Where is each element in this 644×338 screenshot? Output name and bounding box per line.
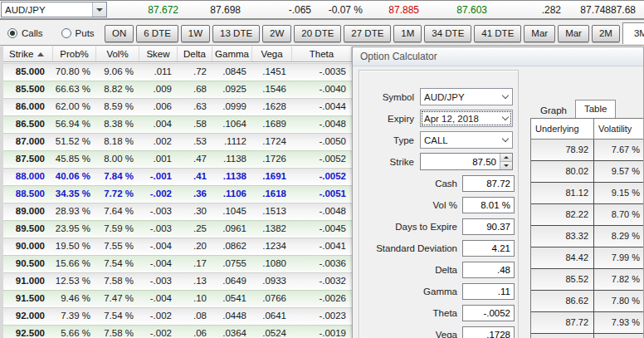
delta-cell: .72	[178, 66, 212, 76]
expiry-tab[interactable]: Mar	[558, 25, 589, 42]
calc-field-label: Standard Deviation	[376, 243, 462, 253]
triangle-down-icon	[504, 164, 509, 167]
delta-cell: .36	[178, 189, 212, 198]
theta-cell: -.0050	[292, 136, 352, 146]
puts-radio[interactable]: Puts	[61, 28, 95, 38]
expiry-tab[interactable]: 1M	[393, 25, 422, 42]
theta-cell: -.0044	[292, 101, 352, 111]
expiry-tab-active[interactable]: 3M (Apr 12, 2018) 14:00 GMT	[622, 22, 644, 44]
sort-asc-icon	[37, 52, 44, 56]
calc-field-input[interactable]	[462, 305, 515, 321]
expiry-tab[interactable]: ON	[105, 25, 134, 42]
option-chain-row[interactable]: 86.500 56.94 % 8.38 % .004 .58 .1064 .16…	[3, 115, 354, 132]
skew-cell: -.003	[139, 276, 178, 286]
column-header-skew[interactable]: Skew	[139, 47, 178, 61]
expiry-tab[interactable]: 20 DTE	[294, 25, 341, 42]
volatility-row[interactable]: 84.42 7.99 %	[531, 247, 644, 269]
option-chain-row[interactable]: 87.500 45.85 % 8.00 % .001 .47 .1138 .17…	[3, 149, 354, 167]
dialog-title-bar[interactable]: Option Calculator	[353, 47, 643, 66]
option-chain-row[interactable]: 89.500 23.95 % 7.59 % -.003 .25 .0961 .1…	[3, 219, 354, 237]
calls-radio[interactable]: Calls	[7, 28, 43, 38]
theta-cell: -.0019	[292, 328, 352, 338]
volatility-row[interactable]: 86.62 7.80 %	[531, 291, 644, 312]
expiry-tab[interactable]: 2M	[592, 25, 620, 42]
field-select[interactable]: AUD/JPY	[420, 88, 513, 105]
column-header-strike[interactable]: Strike	[3, 47, 53, 61]
symbol-dropdown-button[interactable]	[92, 2, 106, 17]
option-chain-row[interactable]: 87.000 51.52 % 8.18 % .002 .53 .1112 .17…	[3, 132, 354, 149]
expiry-tab[interactable]: 6 DTE	[136, 25, 178, 42]
delta-cell: .13	[178, 276, 212, 286]
option-chain-row[interactable]: 92.500 5.66 % 7.58 % -.002 .06 .0364 .05…	[3, 324, 354, 338]
calc-field-input[interactable]	[462, 197, 515, 213]
gamma-cell: .1045	[212, 206, 252, 216]
column-header-vol[interactable]: Vol%	[96, 47, 139, 61]
symbol-value: AUD/JPY	[2, 5, 92, 15]
option-chain-row[interactable]: 91.000 12.53 % 7.58 % -.003 .13 .0649 .0…	[3, 272, 354, 289]
column-header-gamma[interactable]: Gamma	[212, 47, 252, 61]
vol-cell: 7.64 %	[96, 206, 139, 216]
option-chain-row[interactable]: 88.000 40.06 % 7.84 % -.001 .41 .1138 .1…	[3, 167, 354, 184]
vol-cell: 7.84 %	[96, 171, 139, 181]
option-chain-row[interactable]: 91.500 9.46 % 7.47 % -.004 .10 .0541 .07…	[3, 289, 354, 306]
field-select[interactable]: Apr 12, 2018	[420, 110, 513, 127]
symbol-combobox[interactable]: AUD/JPY	[1, 2, 107, 17]
volatility-row[interactable]: 85.52 7.82 %	[531, 269, 644, 291]
delta-cell: .20	[178, 241, 212, 251]
radio-selected-icon	[7, 28, 17, 38]
volatility-row[interactable]: 80.02 9.57 %	[531, 161, 644, 183]
prob-cell: 7.39 %	[53, 311, 96, 321]
calc-field-input[interactable]	[462, 262, 515, 278]
calc-field-input[interactable]	[462, 240, 515, 257]
strike-cell: 88.000	[3, 171, 53, 181]
strike-input[interactable]	[421, 154, 500, 169]
option-chain-row[interactable]: 92.000 7.39 % 7.54 % -.002 .08 .0448 .06…	[3, 306, 354, 324]
expiry-tab[interactable]: 41 DTE	[474, 25, 521, 42]
column-header-prob[interactable]: Prob%	[53, 47, 96, 61]
volatility-cell: 7.99 %	[594, 247, 644, 268]
expiry-tab[interactable]: Mar	[524, 25, 555, 42]
volatility-row[interactable]: 82.22 8.70 %	[531, 204, 644, 226]
expiry-tab[interactable]: 13 DTE	[212, 25, 260, 42]
gamma-cell: .1138	[212, 154, 252, 164]
quote-values: 87.67287.698-.065-0.07 %87.88587.603.282…	[107, 1, 644, 18]
option-chain-row[interactable]: 90.000 19.50 % 7.55 % -.004 .20 .0862 .1…	[3, 237, 354, 254]
strike-cell: 85.500	[3, 84, 53, 94]
field-select[interactable]: CALL	[420, 131, 513, 149]
skew-cell: .006	[139, 101, 178, 111]
column-header-underlying: Underlying	[531, 119, 594, 139]
volatility-row[interactable]: 81.12 9.15 %	[531, 183, 644, 204]
option-chain-row[interactable]: 85.500 66.63 % 8.82 % .009 .68 .0925 .15…	[3, 80, 354, 97]
option-chain-row[interactable]: 88.500 34.35 % 7.72 % -.002 .36 .1106 .1…	[3, 184, 354, 202]
underlying-cell: 83.32	[531, 226, 594, 247]
field-label: Expiry	[364, 114, 420, 124]
spinner-up-button[interactable]	[500, 154, 512, 161]
spinner-down-button[interactable]	[500, 161, 512, 169]
column-header-theta[interactable]: Theta	[292, 47, 352, 61]
volatility-row[interactable]: 87.72 7.93 %	[531, 312, 644, 334]
calc-field-input[interactable]	[462, 218, 515, 235]
expiry-tab[interactable]: 1W	[181, 25, 210, 42]
expiry-tab[interactable]: 2W	[262, 25, 291, 42]
strike-cell: 91.500	[3, 293, 53, 303]
prob-cell: 19.50 %	[53, 241, 96, 251]
tab-graph[interactable]: Graph	[532, 103, 575, 118]
option-chain-row[interactable]: 90.500 15.66 % 7.54 % -.004 .17 .0755 .1…	[3, 254, 354, 272]
option-chain-row[interactable]: 85.000 70.80 % 9.06 % .011 .72 .0845 .14…	[3, 62, 354, 80]
tab-table[interactable]: Table	[575, 100, 617, 118]
calc-field-input[interactable]	[462, 326, 515, 338]
field-label: Symbol	[364, 92, 420, 102]
vega-cell: .1546	[252, 84, 292, 94]
calc-field-input[interactable]	[462, 283, 515, 300]
expiry-tab[interactable]: 34 DTE	[424, 25, 471, 42]
volatility-row[interactable]: 83.32 8.29 %	[531, 226, 644, 247]
volatility-row[interactable]: 78.92 7.67 %	[531, 140, 644, 161]
calc-field-input[interactable]	[462, 175, 515, 192]
option-chain-row[interactable]: 86.000 62.00 % 8.59 % .006 .63 .0999 .16…	[3, 97, 354, 115]
column-header-vega[interactable]: Vega	[252, 47, 292, 61]
option-chain-row[interactable]: 89.000 28.93 % 7.64 % -.003 .30 .1045 .1…	[3, 202, 354, 219]
column-header-delta[interactable]: Delta	[178, 47, 212, 61]
expiry-tab[interactable]: 27 DTE	[344, 25, 391, 42]
skew-cell: -.004	[139, 241, 178, 251]
volatility-row[interactable]: 88.82 8.20 %	[531, 334, 644, 338]
